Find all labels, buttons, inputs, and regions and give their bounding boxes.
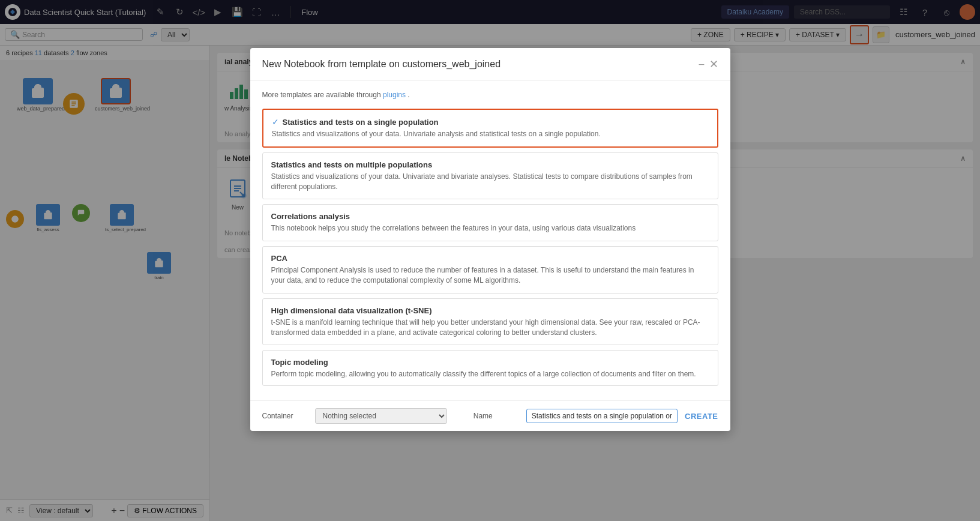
template-topic[interactable]: Topic modeling Perform topic modeling, a… <box>262 350 718 386</box>
modal-overlay: New Notebook from template on customers_… <box>0 0 980 521</box>
modal-close-btn[interactable]: ✕ <box>709 58 718 71</box>
template-pca[interactable]: PCA Principal Component Analysis is used… <box>262 246 718 294</box>
template-single-pop[interactable]: ✓ Statistics and tests on a single popul… <box>262 109 718 148</box>
template-correlations[interactable]: Correlations analysis This notebook help… <box>262 204 718 241</box>
name-label: Name <box>473 412 522 420</box>
template-desc: Statistics and visualizations of your da… <box>272 129 709 139</box>
template-title-6: Topic modeling <box>271 358 328 367</box>
template-desc-5: t-SNE is a manifold learning technique t… <box>271 318 709 338</box>
template-header-3: Correlations analysis <box>271 212 709 221</box>
template-desc-4: Principal Component Analysis is used to … <box>271 265 709 286</box>
modal-title: New Notebook from template on customers_… <box>262 59 501 70</box>
notebook-name-input[interactable] <box>526 409 678 423</box>
template-title: Statistics and tests on a single populat… <box>283 118 439 127</box>
template-title-3: Correlations analysis <box>271 212 350 221</box>
template-desc-3: This notebook helps you study the correl… <box>271 223 709 233</box>
template-header-5: High dimensional data visualization (t-S… <box>271 306 709 315</box>
create-btn[interactable]: CREATE <box>685 412 718 421</box>
template-tsne[interactable]: High dimensional data visualization (t-S… <box>262 298 718 346</box>
template-title-4: PCA <box>271 254 287 263</box>
modal-body: More templates are available through plu… <box>250 81 730 400</box>
modal-controls: – ✕ <box>699 58 718 71</box>
template-multi-pop[interactable]: Statistics and tests on multiple populat… <box>262 152 718 200</box>
template-header-4: PCA <box>271 254 709 263</box>
plugins-link[interactable]: plugins <box>383 91 406 99</box>
template-title-5: High dimensional data visualization (t-S… <box>271 306 432 315</box>
template-title-2: Statistics and tests on multiple populat… <box>271 160 433 169</box>
container-select[interactable]: Nothing selected <box>315 408 447 424</box>
container-field: Container Nothing selected <box>262 408 466 424</box>
template-header: ✓ Statistics and tests on a single popul… <box>272 117 709 127</box>
modal-footer: Container Nothing selected Name CREATE <box>250 400 730 431</box>
modal-minimize-btn[interactable]: – <box>699 59 705 70</box>
new-notebook-modal: New Notebook from template on customers_… <box>250 48 730 431</box>
template-check-icon: ✓ <box>272 117 279 127</box>
container-label: Container <box>262 412 310 420</box>
template-desc-2: Statistics and visualizations of your da… <box>271 172 709 192</box>
modal-header: New Notebook from template on customers_… <box>250 48 730 81</box>
modal-plugins-text: More templates are available through plu… <box>262 91 718 99</box>
template-header-6: Topic modeling <box>271 358 709 367</box>
template-header-2: Statistics and tests on multiple populat… <box>271 160 709 169</box>
template-desc-6: Perform topic modeling, allowing you to … <box>271 369 709 379</box>
name-field: Name <box>473 409 678 423</box>
